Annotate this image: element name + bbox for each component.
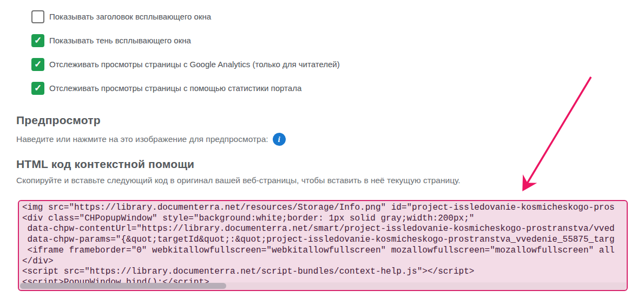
setting-row-show-popup-shadow: ✓ Показывать тень всплывающего окна bbox=[31, 34, 191, 47]
checkbox-label: Показывать заголовок всплывающего окна bbox=[49, 12, 211, 21]
checkbox-label: Показывать тень всплывающего окна bbox=[49, 36, 191, 45]
code-text[interactable]: <img src="https://library.documenterra.n… bbox=[19, 201, 627, 290]
checkbox-0[interactable]: ✓ bbox=[31, 10, 44, 23]
context-help-code-block[interactable]: <img src="https://library.documenterra.n… bbox=[18, 200, 628, 291]
checkbox-label: Отслеживать просмотры страницы с Google … bbox=[49, 60, 340, 69]
checkbox-3[interactable]: ✓ bbox=[31, 82, 44, 95]
annotation-arrow-icon bbox=[509, 70, 601, 201]
preview-hint-text: Наведите или нажмите на это изображение … bbox=[16, 134, 268, 144]
checkbox-label: Отслеживать просмотры страницы с помощью… bbox=[49, 83, 301, 93]
checkbox-1[interactable]: ✓ bbox=[31, 34, 44, 47]
setting-row-track-portal-stats: ✓ Отслеживать просмотры страницы с помощ… bbox=[31, 81, 301, 95]
checkmark-icon: ✓ bbox=[34, 60, 42, 69]
setting-row-track-google-analytics: ✓ Отслеживать просмотры страницы с Googl… bbox=[31, 57, 340, 71]
preview-hint-row: Наведите или нажмите на это изображение … bbox=[16, 133, 286, 146]
setting-row-show-popup-title: ✓ Показывать заголовок всплывающего окна bbox=[31, 10, 211, 23]
info-icon[interactable]: i bbox=[273, 133, 286, 146]
checkmark-icon: ✓ bbox=[34, 36, 42, 45]
checkmark-icon: ✓ bbox=[34, 83, 42, 93]
horizontal-scrollbar[interactable] bbox=[19, 282, 626, 289]
code-section-subtitle: Скопируйте и вставьте следующий код в ор… bbox=[16, 176, 461, 185]
checkbox-2[interactable]: ✓ bbox=[31, 58, 44, 71]
preview-section-title: Предпросмотр bbox=[16, 114, 101, 127]
code-section-title: HTML код контекстной помощи bbox=[16, 158, 194, 171]
settings-page: { "settings": { "checkboxes": [ { "label… bbox=[0, 0, 644, 297]
scrollbar-thumb[interactable] bbox=[20, 283, 226, 289]
